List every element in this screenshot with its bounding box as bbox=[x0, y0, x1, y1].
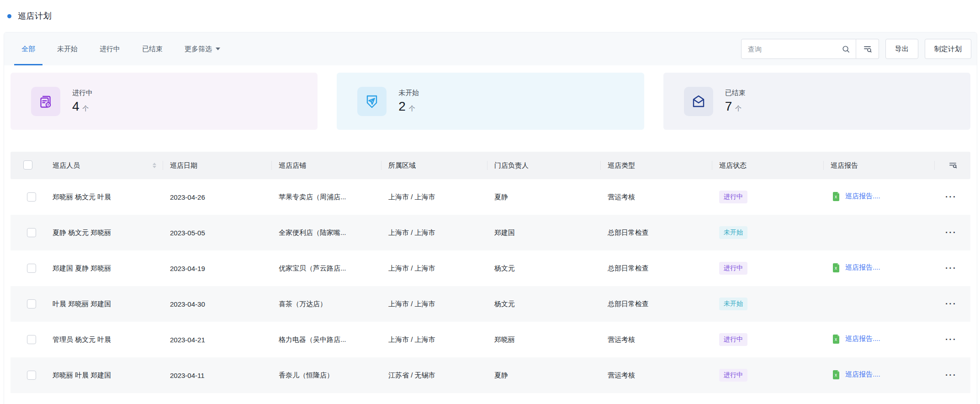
cell-personnel: 郑建国 夏静 郑晓丽 bbox=[45, 264, 163, 273]
header-personnel: 巡店人员 bbox=[45, 160, 163, 170]
caret-down-icon bbox=[216, 48, 220, 50]
select-all-checkbox[interactable] bbox=[23, 160, 32, 170]
status-badge: 进行中 bbox=[719, 191, 747, 203]
export-button[interactable]: 导出 bbox=[885, 39, 918, 59]
search-icon bbox=[842, 45, 850, 53]
row-checkbox[interactable] bbox=[27, 371, 36, 380]
store-text: 全家便利店（陆家嘴... bbox=[279, 229, 346, 236]
manager-text: 郑建国 bbox=[494, 229, 515, 236]
cell-type: 总部日常检查 bbox=[600, 264, 712, 273]
stat-icon-tile bbox=[357, 87, 387, 116]
cell-checkbox bbox=[11, 264, 45, 273]
date-text: 2023-05-05 bbox=[170, 229, 205, 237]
stat-unit: 个 bbox=[83, 105, 89, 113]
cell-personnel: 郑晓丽 杨文元 叶晨 bbox=[45, 193, 163, 202]
status-badge: 未开始 bbox=[719, 226, 747, 239]
cell-date: 2023-04-26 bbox=[163, 193, 271, 201]
tab-all[interactable]: 全部 bbox=[14, 32, 42, 65]
header-date: 巡店日期 bbox=[163, 160, 271, 170]
row-checkbox[interactable] bbox=[27, 299, 36, 308]
tab-ended[interactable]: 已结束 bbox=[135, 32, 170, 65]
row-checkbox[interactable] bbox=[27, 335, 36, 344]
region-text: 上海市 / 上海市 bbox=[388, 300, 435, 308]
report-link-wrap: x 巡店报告.... bbox=[831, 334, 880, 345]
cell-personnel: 管理员 杨文元 叶晨 bbox=[45, 335, 163, 344]
stat-value: 7 bbox=[725, 99, 732, 114]
date-text: 2023-04-19 bbox=[170, 265, 205, 272]
cell-manager: 夏静 bbox=[487, 193, 600, 202]
store-text: 喜茶（万达店） bbox=[279, 300, 327, 308]
inspection-table: 巡店人员 巡店日期 巡店店铺 所属区域 门店负责人 巡店类型 巡店状态 巡店报告… bbox=[11, 152, 970, 393]
type-text: 总部日常检查 bbox=[608, 300, 649, 308]
search-input[interactable] bbox=[748, 45, 842, 53]
svg-text:x: x bbox=[835, 372, 837, 377]
header-checkbox-cell bbox=[11, 160, 45, 170]
inspection-plan-icon bbox=[37, 93, 54, 110]
cell-type: 营运考核 bbox=[600, 371, 712, 380]
cell-more bbox=[934, 266, 970, 271]
excel-file-icon: x bbox=[831, 191, 842, 202]
region-text: 江苏省 / 无锡市 bbox=[388, 371, 435, 379]
tab-in-progress[interactable]: 进行中 bbox=[92, 32, 127, 65]
more-filters-dropdown[interactable]: 更多筛选 bbox=[177, 32, 228, 65]
region-text: 上海市 / 上海市 bbox=[388, 264, 435, 272]
more-actions-icon[interactable] bbox=[945, 337, 957, 342]
header-report: 巡店报告 bbox=[823, 160, 934, 170]
header-manager: 门店负责人 bbox=[487, 160, 600, 170]
stat-icon-tile bbox=[31, 87, 60, 116]
date-text: 2023-04-21 bbox=[170, 336, 205, 344]
more-actions-icon[interactable] bbox=[945, 230, 957, 235]
manager-text: 杨文元 bbox=[494, 264, 515, 272]
table-row: 管理员 杨文元 叶晨 2023-04-21 格力电器（吴中路店... 上海市 /… bbox=[11, 322, 970, 357]
cell-personnel: 叶晨 郑晓丽 郑建国 bbox=[45, 300, 163, 308]
personnel-text: 管理员 杨文元 叶晨 bbox=[53, 335, 111, 343]
cell-manager: 夏静 bbox=[487, 371, 600, 380]
status-badge: 进行中 bbox=[719, 333, 747, 346]
stat-label: 已结束 bbox=[725, 89, 746, 97]
advanced-search-icon bbox=[863, 44, 872, 53]
report-link-wrap: x 巡店报告.... bbox=[831, 262, 880, 273]
cell-region: 上海市 / 上海市 bbox=[381, 229, 487, 237]
tab-not-started[interactable]: 未开始 bbox=[50, 32, 85, 65]
more-actions-icon[interactable] bbox=[945, 302, 957, 306]
report-link[interactable]: 巡店报告.... bbox=[845, 192, 880, 201]
personnel-text: 郑晓丽 叶晨 郑建国 bbox=[53, 371, 111, 379]
stat-label: 进行中 bbox=[72, 89, 93, 97]
more-actions-icon[interactable] bbox=[945, 195, 957, 199]
cell-manager: 杨文元 bbox=[487, 264, 600, 273]
advanced-search-button[interactable] bbox=[856, 39, 879, 59]
cell-store: 香奈儿（恒隆店） bbox=[271, 371, 381, 380]
more-actions-icon[interactable] bbox=[945, 266, 957, 271]
report-link[interactable]: 巡店报告.... bbox=[845, 335, 880, 343]
status-badge: 进行中 bbox=[719, 369, 747, 382]
cell-personnel: 夏静 杨文元 郑晓丽 bbox=[45, 229, 163, 237]
personnel-text: 郑建国 夏静 郑晓丽 bbox=[53, 264, 111, 272]
cell-region: 上海市 / 上海市 bbox=[381, 335, 487, 344]
stat-card-ended: 已结束 7 个 bbox=[663, 73, 970, 130]
stat-cards: 进行中 4 个 未开始 2 个 bbox=[11, 73, 970, 130]
report-link[interactable]: 巡店报告.... bbox=[845, 370, 880, 379]
personnel-text: 夏静 杨文元 郑晓丽 bbox=[53, 229, 111, 236]
row-checkbox[interactable] bbox=[27, 264, 36, 273]
cell-status: 未开始 bbox=[712, 298, 823, 310]
stat-icon-tile bbox=[684, 87, 713, 116]
region-text: 上海市 / 上海市 bbox=[388, 335, 435, 343]
report-link[interactable]: 巡店报告.... bbox=[845, 263, 880, 272]
more-actions-icon[interactable] bbox=[945, 373, 957, 377]
create-plan-button[interactable]: 制定计划 bbox=[925, 39, 971, 59]
column-settings-icon[interactable] bbox=[948, 160, 958, 170]
table-row: 夏静 杨文元 郑晓丽 2023-05-05 全家便利店（陆家嘴... 上海市 /… bbox=[11, 215, 970, 250]
cell-checkbox bbox=[11, 371, 45, 380]
table-row: 郑晓丽 叶晨 郑建国 2023-04-11 香奈儿（恒隆店） 江苏省 / 无锡市… bbox=[11, 357, 970, 393]
report-link-wrap: x 巡店报告.... bbox=[831, 369, 880, 380]
stat-label: 未开始 bbox=[398, 89, 419, 97]
cell-report: x 巡店报告.... bbox=[823, 262, 934, 275]
toolbar: 全部 未开始 进行中 已结束 更多筛选 bbox=[4, 32, 977, 65]
row-checkbox[interactable] bbox=[27, 228, 36, 237]
excel-file-icon: x bbox=[831, 262, 842, 273]
sort-icon[interactable] bbox=[153, 163, 156, 168]
status-tabs: 全部 未开始 进行中 已结束 更多筛选 bbox=[14, 32, 235, 65]
store-text: 格力电器（吴中路店... bbox=[279, 335, 346, 343]
row-checkbox[interactable] bbox=[27, 192, 36, 202]
page-header: 巡店计划 bbox=[0, 0, 980, 25]
